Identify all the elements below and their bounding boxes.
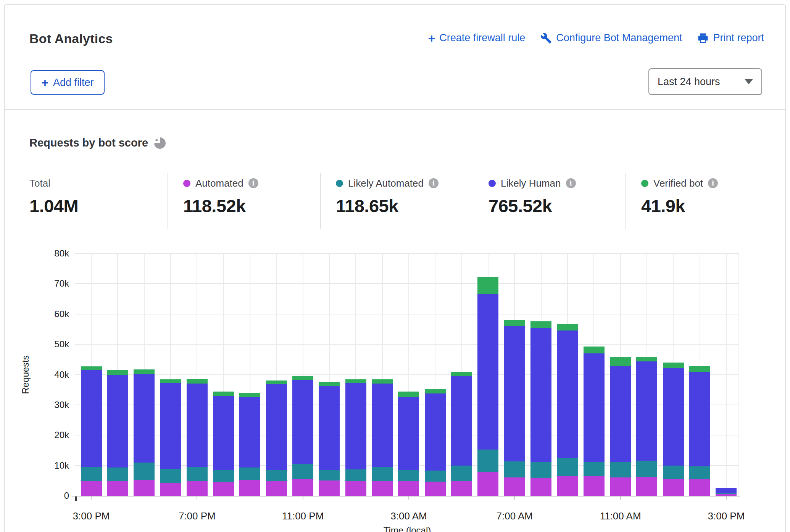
bar-8-00-am[interactable] (530, 253, 551, 496)
bar-segment-likely-human (187, 384, 208, 467)
bar-segment-automated (584, 476, 605, 496)
bar-5-00-am[interactable] (451, 253, 472, 496)
info-icon[interactable]: i (708, 178, 718, 188)
stat-automated-value: 118.52k (183, 195, 258, 216)
bar-5-00-pm[interactable] (134, 253, 155, 496)
bar-1-00-am[interactable] (345, 253, 366, 496)
bar-4-00-pm[interactable] (107, 253, 128, 496)
bar-8-00-pm[interactable] (213, 253, 234, 496)
likely-automated-legend-dot (336, 180, 343, 187)
bar-segment-likely-human (425, 393, 446, 471)
stat-verified-bot-value: 41.9k (641, 195, 718, 216)
bar-6-00-pm[interactable] (160, 253, 181, 496)
bar-segment-likely-human (530, 328, 551, 462)
bar-2-00-am[interactable] (372, 253, 393, 496)
bar-12-00-pm[interactable] (636, 253, 657, 496)
bar-segment-likely-human (584, 353, 605, 462)
bar-segment-verified-bot (187, 379, 208, 383)
bar-segment-likely-automated (398, 470, 419, 481)
x-tick-mark (91, 497, 92, 500)
bar-segment-automated (372, 481, 393, 496)
info-icon[interactable]: i (566, 178, 576, 188)
bar-12-00-am[interactable] (319, 253, 340, 496)
bar-segment-likely-human (504, 326, 525, 462)
x-tick-mark (303, 497, 303, 500)
bar-4-00-am[interactable] (425, 253, 446, 496)
bar-segment-verified-bot (451, 372, 472, 376)
x-axis-title: Time (local) (75, 525, 739, 532)
bar-10-00-pm[interactable] (266, 253, 287, 496)
bar-segment-automated (134, 480, 155, 496)
configure-bot-management-link[interactable]: Configure Bot Management (540, 32, 682, 44)
stat-total: Total 1.04M (29, 177, 78, 216)
section-title-text: Requests by bot score (29, 137, 148, 149)
bar-segment-verified-bot (372, 379, 393, 383)
bar-9-00-am[interactable] (557, 253, 578, 496)
bar-segment-likely-human (689, 372, 710, 466)
add-filter-button[interactable]: + Add filter (31, 70, 105, 95)
stat-likely-human[interactable]: Likely Human i 765.52k (489, 177, 576, 216)
bar-segment-automated (319, 480, 340, 496)
bar-segment-likely-automated (557, 458, 578, 476)
bar-segment-verified-bot (345, 379, 366, 383)
bar-10-00-am[interactable] (584, 253, 605, 496)
bar-segment-automated (689, 479, 710, 496)
bar-segment-likely-human (134, 374, 155, 463)
bar-segment-likely-human (345, 383, 366, 469)
bar-segment-automated (107, 481, 128, 496)
x-tick-mark (514, 497, 515, 500)
bar-2-00-pm[interactable] (689, 253, 710, 496)
info-icon[interactable]: i (248, 178, 258, 188)
bar-segment-likely-human (239, 397, 260, 468)
stat-likely-automated[interactable]: Likely Automated i 118.65k (336, 177, 439, 216)
x-tick-label: 7:00 PM (163, 510, 231, 522)
bar-9-00-pm[interactable] (239, 253, 260, 496)
bar-3-00-am[interactable] (398, 253, 419, 496)
bar-segment-automated (266, 481, 287, 496)
bar-segment-likely-automated (239, 468, 260, 480)
bar-segment-verified-bot (134, 369, 155, 374)
bar-3-00-pm[interactable] (81, 253, 102, 496)
bar-11-00-am[interactable] (610, 253, 631, 496)
y-tick-label: 30k (37, 399, 69, 411)
bar-segment-likely-automated (530, 462, 551, 478)
bar-segment-automated (213, 482, 234, 496)
bar-segment-verified-bot (81, 366, 102, 370)
bar-segment-automated (636, 477, 657, 496)
plus-icon: + (428, 33, 435, 44)
bar-segment-likely-automated (345, 469, 366, 481)
y-tick-label: 20k (37, 429, 69, 441)
info-icon[interactable]: i (429, 178, 439, 188)
x-axis-line (72, 496, 740, 497)
bar-segment-verified-bot (292, 376, 313, 380)
bar-7-00-pm[interactable] (187, 253, 208, 496)
bar-segment-likely-human (107, 375, 128, 468)
bar-1-00-pm[interactable] (663, 253, 684, 496)
bot-analytics-panel: Bot Analytics + Create firewall rule Con… (4, 4, 786, 532)
stat-likely-automated-label: Likely Automated (348, 177, 424, 189)
time-range-dropdown[interactable]: Last 24 hours (648, 68, 762, 95)
bar-segment-verified-bot (557, 324, 578, 330)
create-firewall-rule-link[interactable]: + Create firewall rule (428, 32, 525, 44)
axis-origin-tick (75, 497, 77, 501)
bar-7-00-am[interactable] (504, 253, 525, 496)
bar-segment-likely-automated (134, 463, 155, 480)
bar-segment-automated (81, 481, 102, 496)
x-tick-label: 3:00 AM (374, 510, 443, 522)
bar-segment-likely-human (636, 361, 657, 461)
bar-segment-likely-human (557, 330, 578, 458)
bar-segment-verified-bot (477, 277, 498, 294)
bar-6-00-am[interactable] (477, 253, 498, 496)
bar-11-00-pm[interactable] (292, 253, 313, 496)
stat-likely-human-label: Likely Human (501, 177, 561, 189)
bar-segment-verified-bot (319, 382, 340, 386)
bar-segment-verified-bot (160, 379, 181, 383)
bar-segment-verified-bot (213, 392, 234, 396)
bar-3-00-pm[interactable] (716, 253, 737, 496)
stat-verified-bot[interactable]: Verified bot i 41.9k (641, 177, 718, 216)
stat-automated[interactable]: Automated i 118.52k (183, 177, 258, 216)
stat-total-value: 1.04M (29, 195, 78, 216)
print-report-link[interactable]: Print report (697, 32, 764, 44)
header-actions: + Create firewall rule Configure Bot Man… (428, 32, 764, 44)
x-tick-mark (408, 497, 409, 500)
